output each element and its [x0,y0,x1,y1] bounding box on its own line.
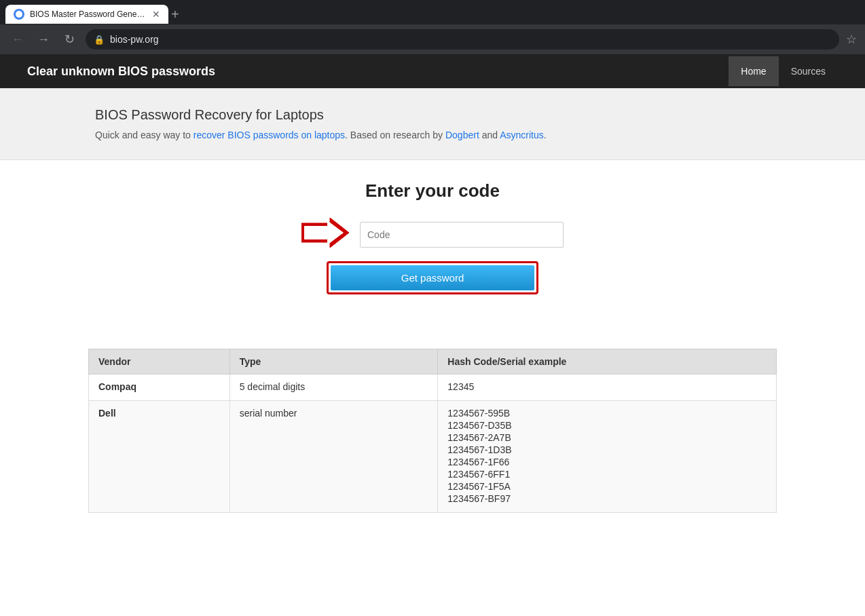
get-password-button-outer: Get password [327,261,538,294]
site-nav: Clear unknown BIOS passwords Home Source… [0,54,865,88]
hero-desc-and: and [479,130,500,140]
col-vendor: Vendor [89,349,230,374]
hero-desc-suffix: . [544,130,547,140]
get-password-button-wrap: Get password [14,261,851,294]
code-input[interactable] [360,222,564,248]
type-cell: 5 decimal digits [229,374,438,401]
vendor-cell: Compaq [89,374,230,401]
col-hash: Hash Code/Serial example [438,349,777,374]
tab-title: BIOS Master Password Generator [30,9,147,19]
nav-links: Home Sources [729,56,838,86]
hash-cell: 12345 [438,374,777,401]
reload-button[interactable]: ↻ [60,32,79,47]
hero-link-asyncritus[interactable]: Asyncritus [500,130,544,140]
arrow-indicator [301,218,349,252]
hero-section: BIOS Password Recovery for Laptops Quick… [0,88,865,160]
new-tab-button[interactable]: + [171,7,179,22]
address-bar-row: ← → ↻ 🔒 bios-pw.org ☆ [0,24,865,54]
vendor-table: Vendor Type Hash Code/Serial example Com… [88,349,777,513]
browser-chrome: BIOS Master Password Generator ✕ + ← → ↻… [0,0,865,54]
table-row: Dellserial number1234567-595B1234567-D35… [89,401,777,513]
main-content: Enter your code Get password [0,160,865,315]
url-text: bios-pw.org [110,34,159,45]
get-password-button[interactable]: Get password [331,265,534,290]
vendor-cell: Dell [89,401,230,513]
type-cell: serial number [229,401,438,513]
tab-bar: BIOS Master Password Generator ✕ + [0,0,865,24]
hero-title: BIOS Password Recovery for Laptops [95,107,770,123]
table-header-row: Vendor Type Hash Code/Serial example [89,349,777,374]
svg-point-0 [16,11,22,18]
back-button[interactable]: ← [8,33,27,47]
hero-link-recover[interactable]: recover BIOS passwords on laptops [194,130,345,140]
lock-icon: 🔒 [94,35,105,45]
hero-link-dogbert[interactable]: Dogbert [445,130,479,140]
table-row: Compaq5 decimal digits12345 [89,374,777,401]
nav-link-sources[interactable]: Sources [779,56,838,86]
bookmark-button[interactable]: ☆ [846,32,857,47]
tab-close-button[interactable]: ✕ [152,9,160,20]
hero-desc-middle: . Based on [345,130,393,140]
enter-code-title: Enter your code [14,180,851,201]
code-input-row [14,218,851,252]
vendor-table-wrap: Vendor Type Hash Code/Serial example Com… [88,349,777,513]
address-bar[interactable]: 🔒 bios-pw.org [86,29,839,50]
col-type: Type [229,349,438,374]
tab-favicon [14,9,24,20]
forward-button[interactable]: → [34,33,53,47]
active-tab[interactable]: BIOS Master Password Generator ✕ [5,5,168,24]
site-title: Clear unknown BIOS passwords [27,64,729,79]
hash-cell: 1234567-595B1234567-D35B1234567-2A7B1234… [438,401,777,513]
hero-desc-research: research by [393,130,445,140]
hero-desc-prefix: Quick and easy way to [95,130,194,140]
hero-description: Quick and easy way to recover BIOS passw… [95,130,770,140]
nav-link-home[interactable]: Home [729,56,778,86]
